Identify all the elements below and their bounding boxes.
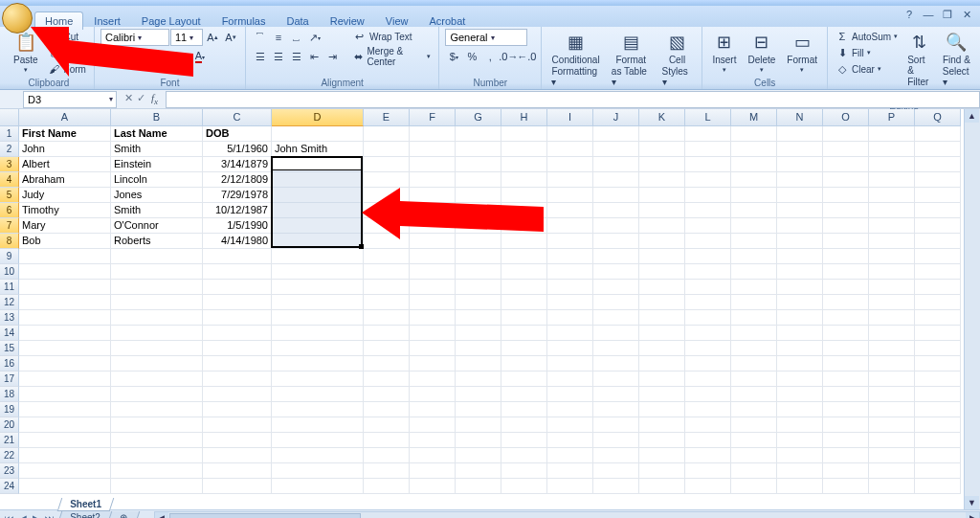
cell[interactable] (823, 126, 869, 142)
cell[interactable] (456, 479, 501, 494)
cell[interactable] (685, 341, 731, 356)
cell[interactable] (547, 310, 593, 326)
cell[interactable] (272, 341, 364, 356)
cell[interactable] (869, 402, 915, 417)
cell[interactable] (410, 126, 456, 142)
cell[interactable] (111, 417, 203, 433)
cell[interactable] (364, 341, 410, 356)
help-icon[interactable]: ? (902, 8, 917, 21)
row-header[interactable]: 2 (0, 142, 19, 157)
row-header[interactable]: 17 (0, 372, 19, 387)
cell[interactable] (547, 479, 593, 494)
cell[interactable] (410, 310, 456, 326)
comma-button[interactable]: , (481, 48, 499, 65)
cell[interactable] (731, 326, 777, 341)
fx-icon[interactable]: fx (149, 92, 158, 106)
cell[interactable] (410, 387, 456, 402)
cell[interactable] (547, 203, 593, 218)
enter-formula-icon[interactable]: ✓ (137, 92, 145, 106)
cell[interactable] (364, 433, 410, 448)
cell[interactable] (456, 448, 501, 463)
cell[interactable] (731, 126, 777, 142)
cell[interactable] (272, 295, 364, 310)
cell[interactable] (823, 433, 869, 448)
cell[interactable]: Judy (19, 188, 111, 203)
cell[interactable] (547, 372, 593, 387)
cell[interactable] (823, 402, 869, 417)
cell[interactable] (272, 326, 364, 341)
cell[interactable] (456, 157, 501, 172)
cell[interactable] (915, 372, 961, 387)
scroll-thumb[interactable] (169, 513, 361, 519)
cell[interactable] (272, 234, 364, 249)
cell[interactable] (593, 341, 639, 356)
row-header[interactable]: 20 (0, 417, 19, 433)
row-header[interactable]: 5 (0, 188, 19, 203)
cell[interactable] (823, 234, 869, 249)
cell[interactable] (364, 264, 410, 280)
cell[interactable] (111, 448, 203, 463)
cell[interactable] (410, 280, 456, 295)
cell[interactable] (915, 387, 961, 402)
cell[interactable] (593, 203, 639, 218)
cell[interactable] (547, 448, 593, 463)
cell[interactable] (639, 433, 685, 448)
cell[interactable]: 4/14/1980 (203, 234, 272, 249)
cell[interactable] (823, 326, 869, 341)
cell[interactable] (272, 249, 364, 264)
align-center-button[interactable]: ☰ (270, 48, 287, 65)
cell[interactable] (869, 188, 915, 203)
cell[interactable] (593, 295, 639, 310)
tab-last-icon[interactable]: ⏭ (44, 513, 56, 519)
shrink-font-button[interactable]: A▾ (222, 29, 239, 46)
col-header-O[interactable]: O (823, 109, 869, 126)
cell[interactable] (456, 172, 501, 188)
cell[interactable] (547, 417, 593, 433)
cell[interactable] (731, 172, 777, 188)
cell[interactable] (731, 203, 777, 218)
cell[interactable] (777, 234, 823, 249)
cell[interactable] (272, 387, 364, 402)
cell[interactable] (639, 142, 685, 157)
cell[interactable] (869, 433, 915, 448)
cell[interactable] (731, 310, 777, 326)
cell[interactable] (685, 387, 731, 402)
cell[interactable] (685, 280, 731, 295)
cell[interactable] (203, 387, 272, 402)
cell[interactable] (731, 280, 777, 295)
row-header[interactable]: 10 (0, 264, 19, 280)
cell[interactable] (777, 372, 823, 387)
cell[interactable] (731, 463, 777, 479)
cell[interactable] (915, 126, 961, 142)
sheet-tab-sheet1[interactable]: Sheet1 (57, 498, 114, 511)
cell[interactable] (203, 264, 272, 280)
cell[interactable] (685, 326, 731, 341)
cell-styles-button[interactable]: ▧ Cell Styles ▾ (658, 29, 697, 89)
cell[interactable] (915, 203, 961, 218)
cell[interactable] (823, 249, 869, 264)
cell[interactable] (823, 417, 869, 433)
cell[interactable] (19, 402, 111, 417)
row-header[interactable]: 11 (0, 280, 19, 295)
cell[interactable] (203, 433, 272, 448)
cell[interactable] (272, 310, 364, 326)
format-cells-button[interactable]: ▭Format▾ (783, 29, 821, 76)
cell[interactable] (593, 126, 639, 142)
cell[interactable] (272, 402, 364, 417)
cell[interactable] (915, 433, 961, 448)
col-header-J[interactable]: J (593, 109, 639, 126)
cell[interactable] (364, 463, 410, 479)
cell[interactable] (593, 188, 639, 203)
cell[interactable] (915, 157, 961, 172)
cell[interactable] (593, 264, 639, 280)
cell[interactable] (364, 326, 410, 341)
cell[interactable] (364, 142, 410, 157)
format-as-table-button[interactable]: ▤ Format as Table ▾ (608, 29, 655, 89)
cell[interactable] (410, 264, 456, 280)
col-header-C[interactable]: C (203, 109, 272, 126)
cell[interactable] (547, 172, 593, 188)
cell[interactable] (203, 448, 272, 463)
cell[interactable] (501, 142, 547, 157)
cell[interactable] (19, 280, 111, 295)
cell[interactable] (685, 172, 731, 188)
